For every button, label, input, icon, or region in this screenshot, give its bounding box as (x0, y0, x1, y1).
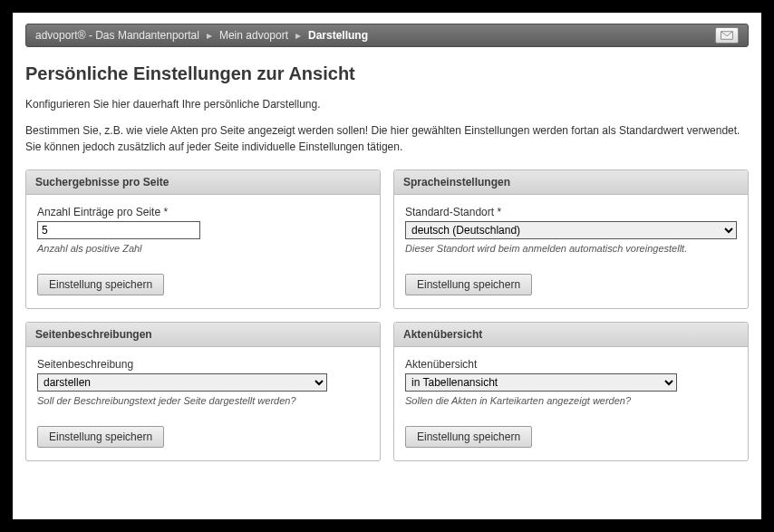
breadcrumb-sep: ▸ (203, 29, 216, 42)
save-button[interactable]: Einstellung speichern (405, 274, 532, 295)
field-hint: Soll der Beschreibungstext jeder Seite d… (37, 395, 369, 406)
panel-file-overview: Aktenübersicht Aktenübersicht in Tabelle… (393, 322, 749, 461)
field-label: Standard-Standort * (405, 206, 737, 218)
panel-header: Suchergebnisse pro Seite (26, 170, 380, 195)
save-button[interactable]: Einstellung speichern (37, 426, 164, 448)
entries-per-page-input[interactable] (37, 221, 200, 239)
panel-header: Seitenbeschreibungen (26, 323, 380, 347)
breadcrumb-current: Darstellung (308, 29, 368, 42)
intro-text-2: Bestimmen Sie, z.B. wie viele Akten pro … (25, 123, 749, 155)
field-hint: Sollen die Akten in Karteikarten angezei… (405, 395, 737, 406)
mail-icon[interactable] (715, 27, 739, 44)
intro-text-1: Konfigurieren Sie hier dauerhaft Ihre pe… (25, 97, 749, 112)
file-overview-select[interactable]: in Tabellenansicht (405, 373, 677, 392)
page-description-select[interactable]: darstellen (37, 373, 327, 392)
panel-results-per-page: Suchergebnisse pro Seite Anzahl Einträge… (25, 169, 381, 309)
panel-page-descriptions: Seitenbeschreibungen Seitenbeschreibung … (25, 322, 381, 461)
field-label: Seitenbeschreibung (37, 358, 369, 371)
breadcrumb-sep: ▸ (292, 29, 305, 42)
panel-language: Spracheinstellungen Standard-Standort * … (393, 169, 749, 309)
panel-header: Spracheinstellungen (394, 170, 748, 195)
default-locale-select[interactable]: deutsch (Deutschland) (405, 221, 737, 239)
page-title: Persönliche Einstellungen zur Ansicht (25, 63, 749, 84)
field-label: Aktenübersicht (405, 358, 737, 371)
breadcrumb-link-section[interactable]: Mein advoport (219, 29, 288, 42)
breadcrumb: advoport® - Das Mandantenportal ▸ Mein a… (25, 24, 749, 47)
field-hint: Anzahl als positive Zahl (37, 243, 369, 254)
field-label: Anzahl Einträge pro Seite * (37, 206, 369, 218)
field-hint: Dieser Standort wird beim anmelden autom… (405, 243, 737, 254)
save-button[interactable]: Einstellung speichern (405, 426, 532, 448)
save-button[interactable]: Einstellung speichern (37, 274, 164, 295)
breadcrumb-link-root[interactable]: advoport® - Das Mandantenportal (35, 29, 199, 42)
panel-header: Aktenübersicht (394, 323, 748, 347)
